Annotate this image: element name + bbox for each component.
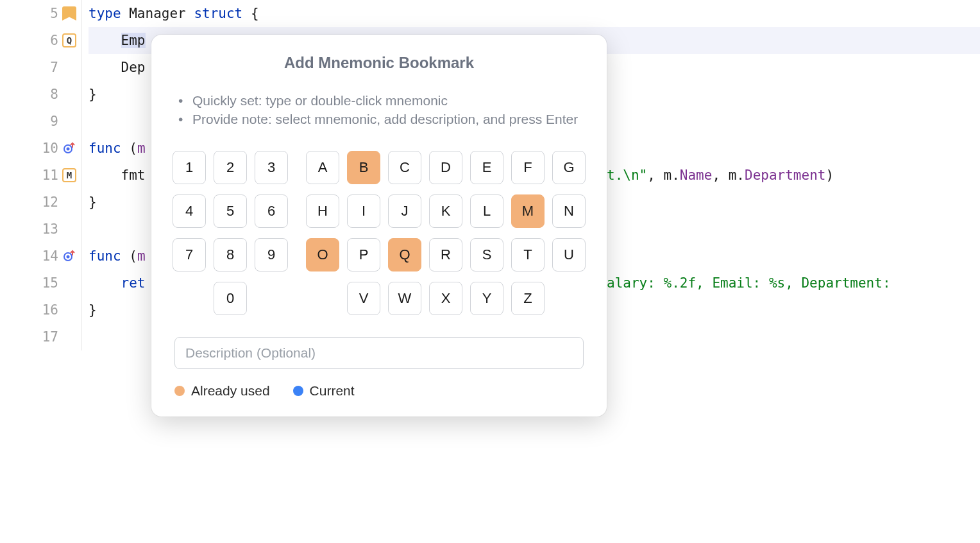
letter-keys: ABCDEFGHIJKLMNOPQRSTUVWXYZ [306,151,586,315]
mnemonic-key-V[interactable]: V [347,282,380,315]
line-number: 9 [40,108,58,135]
gutter-row: 13 [0,216,81,243]
mnemonic-key-R[interactable]: R [429,238,462,272]
mnemonic-key-I[interactable]: I [347,194,380,228]
line-number: 10 [40,135,58,162]
mnemonic-key-2[interactable]: 2 [214,151,247,184]
mnemonic-key-H[interactable]: H [306,194,339,228]
legend-dot-used-icon [174,386,185,396]
line-number: 12 [40,189,58,216]
mnemonic-key-1[interactable]: 1 [173,151,206,184]
gutter-row: 14 [0,243,81,270]
mnemonic-key-N[interactable]: N [552,194,586,228]
hint-line: Provide note: select mnemonic, add descr… [178,110,584,128]
gutter-row: 17 [0,323,81,350]
mnemonic-key-S[interactable]: S [470,238,503,272]
gutter-row: 12 [0,189,81,216]
gutter-row: 5 [0,0,81,27]
mnemonic-key-X[interactable]: X [429,282,462,315]
mnemonic-bookmark-popup: Add Mnemonic Bookmark Quickly set: type … [151,35,607,417]
line-number: 17 [40,323,58,350]
line-number: 8 [40,81,58,108]
mnemonic-key-F[interactable]: F [511,151,545,184]
popup-title: Add Mnemonic Bookmark [174,54,584,72]
mnemonic-key-7[interactable]: 7 [173,238,206,272]
legend-current: Current [293,383,355,399]
gutter-row: 11M [0,162,81,189]
line-number: 5 [40,0,58,27]
mnemonic-key-Y[interactable]: Y [470,282,503,315]
svg-point-1 [67,148,70,151]
line-number: 14 [40,243,58,270]
line-number: 15 [40,270,58,297]
mnemonic-key-W[interactable]: W [388,282,421,315]
mnemonic-key-4[interactable]: 4 [173,194,206,228]
mnemonic-key-8[interactable]: 8 [214,238,247,272]
mnemonic-key-9[interactable]: 9 [255,238,288,272]
mnemonic-key-E[interactable]: E [470,151,503,184]
mnemonic-key-6[interactable]: 6 [255,194,288,228]
implements-gutter-icon[interactable] [62,141,76,155]
line-number: 13 [40,216,58,243]
mnemonic-bookmark-icon[interactable]: Q [62,33,76,47]
gutter-row: 6Q [0,27,81,54]
line-number: 6 [40,27,58,54]
mnemonic-key-L[interactable]: L [470,194,503,228]
bookmark-icon[interactable] [62,6,76,21]
gutter-row: 9 [0,108,81,135]
mnemonic-key-U[interactable]: U [552,238,586,272]
mnemonic-key-A[interactable]: A [306,151,339,184]
gutter-row: 8 [0,81,81,108]
gutter-row: 15 [0,270,81,297]
mnemonic-key-Q[interactable]: Q [388,238,421,272]
number-keys: 1234567890 [173,151,288,315]
mnemonic-key-K[interactable]: K [429,194,462,228]
legend: Already used Current [174,383,584,399]
legend-used: Already used [174,383,270,399]
mnemonic-key-P[interactable]: P [347,238,380,272]
gutter-row: 16 [0,297,81,323]
gutter: 56Q7891011M121314151617 [0,0,82,350]
implements-gutter-icon[interactable] [62,249,76,263]
mnemonic-key-3[interactable]: 3 [255,151,288,184]
line-number: 16 [40,297,58,323]
description-input[interactable] [174,337,584,369]
mnemonic-key-M[interactable]: M [511,194,545,228]
svg-point-3 [67,255,70,259]
mnemonic-key-C[interactable]: C [388,151,421,184]
mnemonic-key-5[interactable]: 5 [214,194,247,228]
gutter-row: 7 [0,54,81,81]
mnemonic-key-G[interactable]: G [552,151,586,184]
hint-line: Quickly set: type or double-click mnemon… [178,91,584,110]
legend-dot-current-icon [293,386,303,396]
mnemonic-key-T[interactable]: T [511,238,545,272]
mnemonic-key-J[interactable]: J [388,194,421,228]
mnemonic-key-Z[interactable]: Z [511,282,545,315]
line-number: 7 [40,54,58,81]
mnemonic-bookmark-icon[interactable]: M [62,168,76,182]
mnemonic-key-D[interactable]: D [429,151,462,184]
hints: Quickly set: type or double-click mnemon… [178,91,584,129]
mnemonic-key-B[interactable]: B [347,151,380,184]
mnemonic-key-grid: 1234567890 ABCDEFGHIJKLMNOPQRSTUVWXYZ [174,151,584,315]
line-number: 11 [40,162,58,189]
gutter-row: 10 [0,135,81,162]
mnemonic-key-O[interactable]: O [306,238,339,272]
mnemonic-key-0[interactable]: 0 [214,282,247,315]
